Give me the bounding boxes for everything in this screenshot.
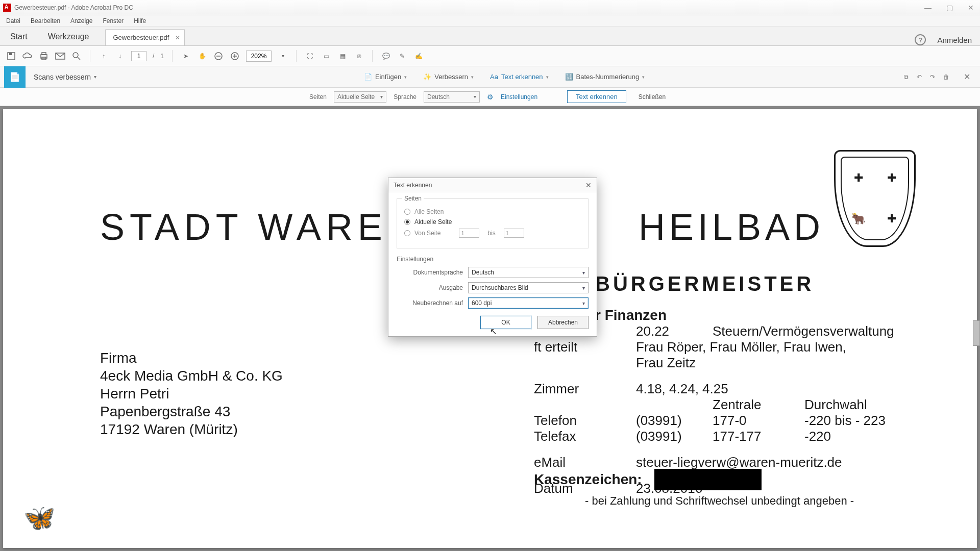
minimize-button[interactable]: — [922,4,934,12]
comment-icon[interactable]: 💬 [381,51,391,61]
radio-icon [404,230,410,236]
tab-tools[interactable]: Werkzeuge [38,27,100,45]
chevron-down-icon: ▾ [94,74,96,80]
tool-name-label: Scans verbessern [34,73,91,81]
radio-label: Aktuelle Seite [414,218,452,226]
next-page-icon[interactable]: ↓ [115,51,125,61]
svg-rect-3 [42,53,46,55]
page-display-icon[interactable]: ▦ [337,51,348,61]
vertical-scrollbar-thumb[interactable] [973,320,980,346]
combo-value: Durchsuchbares Bild [472,284,528,291]
close-tool-button[interactable]: ✕ [958,72,976,82]
doc-language-label: Dokumentsprache [397,269,468,276]
ok-button[interactable]: OK [480,316,531,329]
chevron-down-icon: ▾ [404,74,407,80]
close-window-button[interactable]: ✕ [965,4,977,12]
output-select[interactable]: Durchsuchbares Bild [468,282,589,293]
redacted-box [654,469,762,490]
ocr-icon: Aa [490,73,498,81]
info-val: 4.18, 4.24, 4.25 [636,381,728,397]
search-icon[interactable] [71,51,82,61]
downsample-select[interactable]: 600 dpi [468,297,589,309]
chevron-down-icon: ▾ [642,74,645,80]
ribbon-insert[interactable]: 📄Einfügen▾ [361,71,410,83]
recognize-text-button[interactable]: Text erkennen [567,90,626,103]
mail-icon[interactable] [55,51,65,61]
range-to-input[interactable] [504,229,524,238]
zoom-dropdown-icon[interactable]: ▾ [278,51,288,61]
info-key: ft erteilt [534,339,636,371]
ribbon-improve-label: Verbessern [434,73,468,81]
pointer-tool-icon[interactable]: ➤ [181,51,191,61]
help-icon[interactable]: ? [915,34,926,45]
menu-edit[interactable]: Bearbeiten [27,16,64,26]
tool-name-dropdown[interactable]: Scans verbessern ▾ [26,73,105,81]
window-titlebar: Gewerbesteuer.pdf - Adobe Acrobat Pro DC… [0,0,980,15]
radio-page-range[interactable]: Von Seite bis [404,229,581,238]
sign-in-link[interactable]: Anmelden [937,36,972,44]
ribbon-bates-label: Bates-Nummerierung [576,73,640,81]
document-tab-row: Start Werkzeuge Gewerbesteuer.pdf ✕ ? An… [0,27,980,46]
tab-close-icon[interactable]: ✕ [175,34,180,41]
info-val: Frau Röper, Frau Möller, Frau Iwen, Frau… [636,339,850,371]
read-mode-icon[interactable]: ⎚ [354,51,364,61]
rotate-right-icon[interactable]: ↷ [930,73,935,81]
city-crest-icon: ✚✚🐂✚ [834,150,916,247]
cloud-icon[interactable] [22,51,33,61]
rotate-left-icon[interactable]: ↶ [917,73,922,81]
fit-width-icon[interactable]: ⛶ [305,51,315,61]
chevron-down-icon: ▾ [471,74,474,80]
language-select-value: Deutsch [427,93,450,101]
doc-heading-spa: HEILBAD [639,206,824,248]
tab-document[interactable]: Gewerbesteuer.pdf ✕ [105,29,185,45]
pages-select[interactable]: Aktuelle Seite [334,91,386,103]
radio-current-page[interactable]: Aktuelle Seite [404,218,581,226]
ribbon-improve[interactable]: ✨Verbessern▾ [420,71,477,83]
ribbon-insert-label: Einfügen [375,73,401,81]
page-number-input[interactable] [131,51,146,61]
info-val: 20.22 [636,323,713,339]
pages-fieldset: Seiten Alle Seiten Aktuelle Seite Von Se… [397,198,589,248]
main-toolbar: ↑ ↓ / 1 ➤ ✋ ▾ ⛶ ▭ ▦ ⎚ 💬 ✎ ✍ [0,46,980,66]
print-icon[interactable] [39,51,49,61]
dialog-close-icon[interactable]: ✕ [585,181,592,189]
settings-fieldset: Einstellungen Dokumentsprache Deutsch Au… [397,256,589,309]
settings-link[interactable]: Einstellungen [501,93,537,101]
zoom-in-icon[interactable] [230,51,240,61]
signature-icon[interactable]: ✍ [413,51,424,61]
menu-file[interactable]: Datei [2,16,24,26]
watermark-icon: 🦋 [23,503,55,533]
close-subbar-link[interactable]: Schließen [633,91,671,103]
cancel-button[interactable]: Abbrechen [537,316,589,329]
ribbon-ocr[interactable]: AaText erkennen▾ [487,71,552,83]
kassenzeichen-row: Kassenzeichen: [534,469,762,490]
doc-language-select[interactable]: Deutsch [468,267,589,278]
toolbar-separator [296,50,297,62]
save-icon[interactable] [6,51,16,61]
highlight-icon[interactable]: ✎ [397,51,407,61]
maximize-button[interactable]: ▢ [943,4,955,12]
tab-start[interactable]: Start [0,27,38,45]
info-val: -220 bis - 223 [804,413,917,429]
crop-icon[interactable]: ⧉ [904,73,909,81]
radio-label: Alle Seiten [414,208,444,215]
enhance-scans-tile-icon[interactable]: 📄 [4,66,26,88]
prev-page-icon[interactable]: ↑ [99,51,109,61]
info-val: 177-177 [713,429,804,444]
menu-window[interactable]: Fenster [99,16,128,26]
menu-view[interactable]: Anzeige [66,16,96,26]
addr-line: Papenbergstraße 43 [100,403,283,420]
combo-value: Deutsch [472,269,494,276]
range-from-input[interactable] [459,229,479,238]
ribbon-bates[interactable]: 🔢Bates-Nummerierung▾ [562,71,648,83]
language-select[interactable]: Deutsch [424,91,480,103]
fit-page-icon[interactable]: ▭ [321,51,331,61]
delete-icon[interactable]: 🗑 [943,73,949,81]
hand-tool-icon[interactable]: ✋ [197,51,207,61]
menu-help[interactable]: Hilfe [130,16,150,26]
zoom-out-icon[interactable] [213,51,224,61]
tab-document-label: Gewerbesteuer.pdf [113,34,169,41]
zoom-level-input[interactable] [246,51,272,62]
gear-icon[interactable]: ⚙ [487,93,494,101]
radio-all-pages[interactable]: Alle Seiten [404,208,581,215]
